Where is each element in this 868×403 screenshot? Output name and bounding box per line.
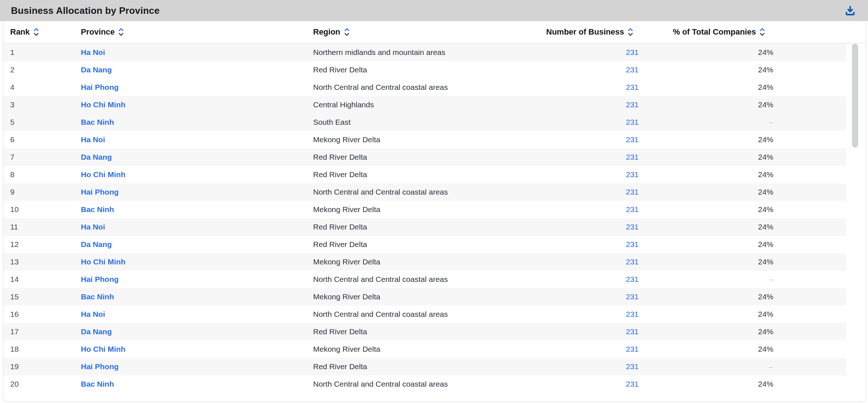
region-cell: Red River Delta (313, 153, 546, 161)
number-cell: 231 (546, 135, 641, 144)
number-of-business-link[interactable]: 231 (626, 135, 639, 144)
province-cell: Bac Ninh (81, 380, 313, 388)
percent-cell: 24% (673, 205, 776, 214)
column-header-percent-of-total-companies[interactable]: % of Total Companies (673, 27, 776, 37)
percent-cell: – (673, 362, 776, 371)
sort-icon (760, 28, 765, 36)
region-cell: North Central and Central coastal areas (313, 380, 546, 388)
sort-icon (628, 28, 633, 36)
province-link[interactable]: Hai Phong (81, 83, 119, 91)
province-link[interactable]: Ha Noi (81, 48, 105, 56)
number-of-business-link[interactable]: 231 (626, 170, 639, 179)
column-label: Region (313, 27, 340, 37)
column-header-rank[interactable]: Rank (3, 27, 81, 37)
rank-cell: 19 (3, 362, 81, 371)
table-row: 4 Hai Phong North Central and Central co… (3, 79, 846, 96)
rank-cell: 14 (3, 275, 81, 284)
table-row: 7 Da Nang Red River Delta 231 24% (3, 148, 846, 166)
rank-cell: 15 (3, 292, 81, 301)
number-of-business-link[interactable]: 231 (626, 153, 639, 161)
number-of-business-link[interactable]: 231 (626, 223, 639, 231)
province-link[interactable]: Hai Phong (81, 275, 119, 283)
column-label: % of Total Companies (673, 27, 756, 37)
vertical-scrollbar-thumb[interactable] (852, 44, 858, 148)
province-cell: Bac Ninh (81, 292, 313, 301)
province-cell: Ha Noi (81, 48, 313, 57)
table-card: Rank Province Region Number of Business (3, 21, 866, 402)
column-label: Number of Business (546, 27, 624, 37)
number-of-business-link[interactable]: 231 (626, 380, 639, 388)
column-header-province[interactable]: Province (81, 27, 313, 37)
region-cell: Mekong River Delta (313, 345, 546, 354)
province-cell: Ha Noi (81, 135, 313, 144)
region-cell: North Central and Central coastal areas (313, 275, 546, 284)
percent-cell: 24% (673, 223, 776, 231)
province-link[interactable]: Hai Phong (81, 188, 119, 196)
number-of-business-link[interactable]: 231 (626, 327, 639, 336)
number-of-business-link[interactable]: 231 (626, 48, 639, 56)
number-cell: 231 (546, 223, 641, 231)
province-link[interactable]: Da Nang (81, 153, 112, 161)
number-of-business-link[interactable]: 231 (626, 65, 639, 74)
percent-cell: 24% (673, 100, 776, 109)
region-cell: Red River Delta (313, 170, 546, 179)
province-link[interactable]: Ho Chi Minh (81, 345, 125, 353)
province-link[interactable]: Bac Ninh (81, 118, 114, 126)
province-link[interactable]: Da Nang (81, 327, 112, 336)
province-link[interactable]: Bac Ninh (81, 205, 114, 214)
province-link[interactable]: Da Nang (81, 240, 112, 248)
column-header-region[interactable]: Region (313, 27, 546, 37)
number-of-business-link[interactable]: 231 (626, 240, 639, 248)
province-link[interactable]: Ho Chi Minh (81, 170, 125, 179)
number-cell: 231 (546, 380, 641, 388)
number-cell: 231 (546, 240, 641, 249)
province-cell: Hai Phong (81, 188, 313, 196)
panel-title: Business Allocation by Province (11, 5, 159, 16)
number-of-business-link[interactable]: 231 (626, 258, 639, 266)
number-of-business-link[interactable]: 231 (626, 188, 639, 196)
panel-header: Business Allocation by Province (0, 0, 868, 21)
province-cell: Ho Chi Minh (81, 170, 313, 179)
region-cell: Red River Delta (313, 362, 546, 371)
rank-cell: 3 (3, 100, 81, 109)
table-row: 13 Ho Chi Minh Mekong River Delta 231 24… (3, 253, 846, 271)
number-of-business-link[interactable]: 231 (626, 345, 639, 353)
number-cell: 231 (546, 153, 641, 161)
province-link[interactable]: Ha Noi (81, 135, 105, 144)
column-header-number-of-business[interactable]: Number of Business (546, 27, 641, 37)
number-of-business-link[interactable]: 231 (626, 275, 639, 283)
province-link[interactable]: Ho Chi Minh (81, 100, 125, 109)
province-link[interactable]: Ha Noi (81, 223, 105, 231)
number-cell: 231 (546, 118, 641, 127)
number-of-business-link[interactable]: 231 (626, 118, 639, 126)
number-cell: 231 (546, 275, 641, 284)
number-of-business-link[interactable]: 231 (626, 205, 639, 214)
percent-cell: 24% (673, 65, 776, 74)
table-row: 10 Bac Ninh Mekong River Delta 231 24% (3, 201, 846, 218)
rank-cell: 13 (3, 258, 81, 266)
province-cell: Bac Ninh (81, 118, 313, 127)
province-link[interactable]: Ha Noi (81, 310, 105, 318)
number-of-business-link[interactable]: 231 (626, 100, 639, 109)
region-cell: Northern midlands and mountain areas (313, 48, 546, 57)
percent-cell: 24% (673, 240, 776, 249)
percent-cell: 24% (673, 188, 776, 196)
number-of-business-link[interactable]: 231 (626, 362, 639, 371)
province-link[interactable]: Hai Phong (81, 362, 119, 371)
number-cell: 231 (546, 188, 641, 196)
province-link[interactable]: Bac Ninh (81, 292, 114, 301)
table-row: 8 Ho Chi Minh Red River Delta 231 24% (3, 166, 846, 183)
number-of-business-link[interactable]: 231 (626, 83, 639, 91)
number-cell: 231 (546, 170, 641, 179)
number-cell: 231 (546, 327, 641, 336)
province-link[interactable]: Da Nang (81, 65, 112, 74)
rank-cell: 1 (3, 48, 81, 57)
number-cell: 231 (546, 345, 641, 354)
province-cell: Da Nang (81, 240, 313, 249)
province-link[interactable]: Ho Chi Minh (81, 258, 125, 266)
download-button[interactable] (843, 4, 857, 17)
number-of-business-link[interactable]: 231 (626, 310, 639, 318)
number-of-business-link[interactable]: 231 (626, 292, 639, 301)
province-cell: Da Nang (81, 327, 313, 336)
province-link[interactable]: Bac Ninh (81, 380, 114, 388)
